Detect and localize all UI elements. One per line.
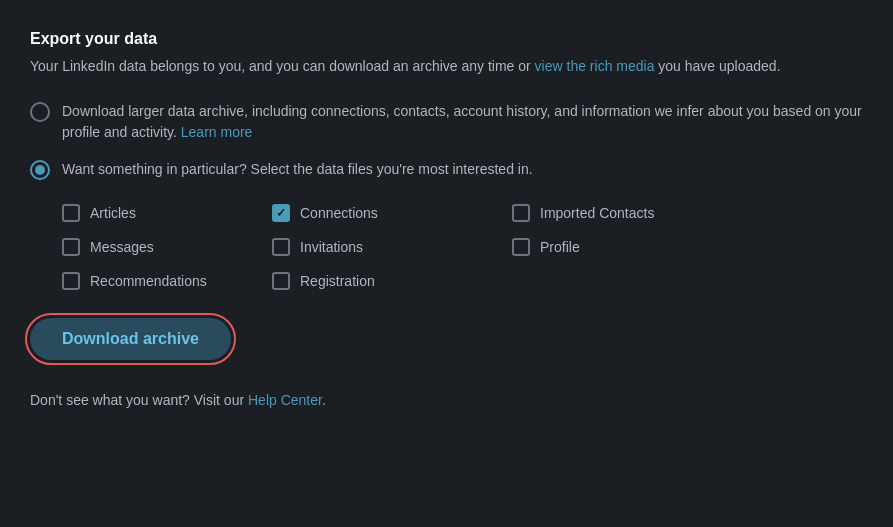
checkbox-box-registration [272, 272, 290, 290]
help-center-link[interactable]: Help Center [248, 392, 322, 408]
checkboxes-grid: Articles Connections Imported Contacts M… [62, 204, 863, 290]
checkbox-box-messages [62, 238, 80, 256]
view-rich-media-link[interactable]: view the rich media [535, 58, 655, 74]
checkbox-box-connections [272, 204, 290, 222]
checkbox-box-imported-contacts [512, 204, 530, 222]
checkbox-label-profile: Profile [540, 239, 580, 255]
radio-option-particular[interactable]: Want something in particular? Select the… [30, 159, 863, 180]
help-text-before: Don't see what you want? Visit our [30, 392, 248, 408]
download-archive-button[interactable]: Download archive [30, 318, 231, 360]
description-text-before: Your LinkedIn data belongs to you, and y… [30, 58, 535, 74]
description-text-after: you have uploaded. [654, 58, 780, 74]
checkbox-label-connections: Connections [300, 205, 378, 221]
checkbox-articles[interactable]: Articles [62, 204, 262, 222]
page-title: Export your data [30, 30, 863, 48]
checkbox-messages[interactable]: Messages [62, 238, 262, 256]
radio-option-larger[interactable]: Download larger data archive, including … [30, 101, 863, 143]
checkbox-connections[interactable]: Connections [272, 204, 502, 222]
page-container: Export your data Your LinkedIn data belo… [30, 30, 863, 408]
help-text-after: . [322, 392, 326, 408]
checkbox-label-recommendations: Recommendations [90, 273, 207, 289]
checkbox-registration[interactable]: Registration [272, 272, 502, 290]
checkbox-label-messages: Messages [90, 239, 154, 255]
checkbox-invitations[interactable]: Invitations [272, 238, 502, 256]
download-button-wrapper: Download archive [30, 318, 231, 360]
checkbox-label-invitations: Invitations [300, 239, 363, 255]
radio-circle-larger [30, 102, 50, 122]
radio-label-particular: Want something in particular? Select the… [62, 159, 533, 180]
checkbox-label-articles: Articles [90, 205, 136, 221]
checkbox-label-registration: Registration [300, 273, 375, 289]
checkbox-imported-contacts[interactable]: Imported Contacts [512, 204, 742, 222]
checkbox-box-recommendations [62, 272, 80, 290]
radio-group: Download larger data archive, including … [30, 101, 863, 180]
radio-label-larger: Download larger data archive, including … [62, 101, 863, 143]
checkbox-box-articles [62, 204, 80, 222]
checkbox-box-invitations [272, 238, 290, 256]
radio-circle-particular [30, 160, 50, 180]
help-text: Don't see what you want? Visit our Help … [30, 392, 863, 408]
checkbox-box-profile [512, 238, 530, 256]
description: Your LinkedIn data belongs to you, and y… [30, 56, 863, 77]
learn-more-link[interactable]: Learn more [181, 124, 253, 140]
checkbox-recommendations[interactable]: Recommendations [62, 272, 262, 290]
checkbox-label-imported-contacts: Imported Contacts [540, 205, 654, 221]
checkbox-profile[interactable]: Profile [512, 238, 742, 256]
